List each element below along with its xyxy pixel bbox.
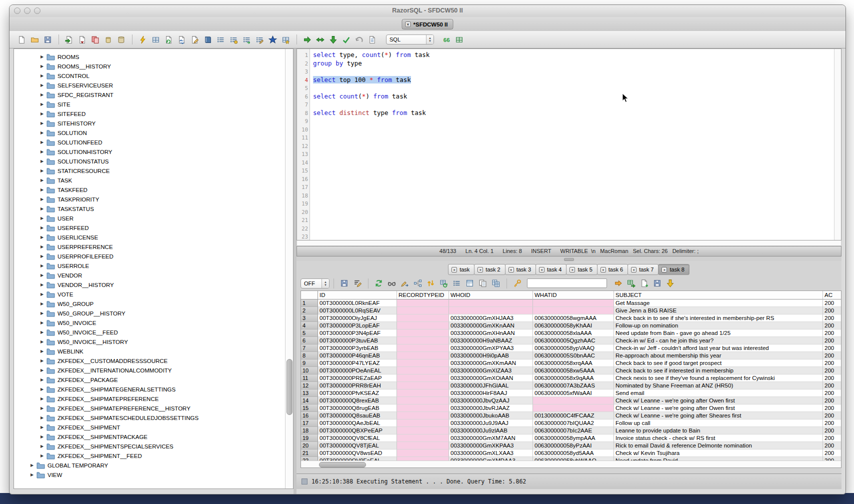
tree-item-solutionfeed[interactable]: ▶SOLUTIONFEED [14, 138, 293, 147]
tree-item-global-temporary[interactable]: ▶GLOBAL TEMPORARY [14, 460, 293, 470]
cell-whoid[interactable]: 0033000000GmXLXAA3 [449, 450, 533, 457]
tree-item-zkfedex-shipmentpackage[interactable]: ▶ZKFEDEX__SHIPMENTPACKAGE [14, 432, 293, 442]
view-form-button[interactable] [464, 278, 476, 290]
expand-triangle-icon[interactable]: ▶ [39, 292, 45, 296]
cell-whatid[interactable]: 006300000058xlaAAA [533, 330, 614, 337]
edit-document-button[interactable] [188, 34, 200, 46]
cell-ac[interactable]: 200 [823, 307, 842, 314]
cell-recordtypeid[interactable] [397, 442, 449, 450]
cell-whoid[interactable]: 0033000000GmXHnAAN [449, 330, 533, 337]
copy-rows-button[interactable] [476, 278, 488, 290]
new-file-button[interactable] [16, 34, 28, 46]
execute-all-button[interactable] [314, 34, 326, 46]
cell-whoid[interactable]: 0033000000GmXPYAA3 [449, 344, 533, 352]
column-header-whoid[interactable]: WHOID [449, 291, 533, 300]
cell-recordtypeid[interactable] [397, 344, 449, 352]
code-line[interactable] [313, 126, 834, 134]
tree-item-taskpriority[interactable]: ▶TASKPRIORITY [14, 194, 293, 204]
row-number[interactable]: 1 [301, 300, 318, 307]
cell-whatid[interactable]: 006300000058yd5AAA [533, 450, 614, 457]
cell-whoid[interactable]: 0033000000JbukoAAB [449, 412, 533, 420]
expand-triangle-icon[interactable]: ▶ [39, 282, 45, 287]
cell-whatid[interactable]: 00630000005QgzhAAC [533, 337, 614, 344]
results-tab-task-4[interactable]: ×task 4 [536, 264, 566, 275]
cell-id[interactable]: 00T3000000L0RqSEAV [318, 307, 397, 314]
open-file-button[interactable] [28, 34, 40, 46]
cell-whatid[interactable]: 00630000007bIc2AAE [533, 427, 614, 434]
code-line[interactable] [313, 192, 834, 200]
tree-item-zkfedex-shipmatescheduledjobssettings[interactable]: ▶ZKFEDEX__SHIPMATESCHEDULEDJOBSSETTINGS [14, 413, 293, 422]
generate-document-button[interactable] [176, 34, 188, 46]
expand-triangle-icon[interactable]: ▶ [39, 150, 45, 154]
tab-close-icon[interactable]: × [662, 267, 667, 272]
expand-triangle-icon[interactable]: ▶ [39, 396, 45, 401]
list-grant-button[interactable] [228, 34, 240, 46]
expand-triangle-icon[interactable]: ▶ [39, 358, 45, 363]
title-bar[interactable]: RazorSQL - SFDCW50 II [10, 5, 846, 18]
documentation-book-button[interactable] [202, 34, 214, 46]
refresh-results-button[interactable] [372, 278, 384, 290]
row-number[interactable]: 18 [301, 427, 318, 434]
expand-triangle-icon[interactable]: ▶ [39, 302, 45, 306]
editor-hscrollbar[interactable] [296, 240, 842, 246]
export-data-button[interactable] [76, 34, 88, 46]
row-number[interactable]: 16 [301, 412, 318, 420]
cell-whoid[interactable]: 0033000000GmXOiAAN [449, 374, 533, 382]
tree-item-zkfedex-shipmategeneralsettings[interactable]: ▶ZKFEDEX__SHIPMATEGENERALSETTINGS [14, 384, 293, 394]
cell-recordtypeid[interactable] [397, 367, 449, 374]
tree-item-view[interactable]: ▶VIEW [14, 470, 293, 480]
column-header-ac[interactable]: AC [823, 291, 842, 300]
cell-subject[interactable]: Follow up call [614, 420, 823, 427]
cell-id[interactable]: 00T3000000P3tuvEAB [318, 337, 397, 344]
cell-recordtypeid[interactable] [397, 314, 449, 322]
save-results-button[interactable] [338, 278, 350, 290]
tree-item-zkfedex-shipmatepreference-history[interactable]: ▶ZKFEDEX__SHIPMATEPREFERENCE__HISTORY [14, 404, 293, 413]
tree-item-sitefeed[interactable]: ▶SITEFEED [14, 109, 293, 118]
expand-triangle-icon[interactable]: ▶ [39, 121, 45, 126]
cell-ac[interactable]: 200 [823, 344, 842, 352]
row-number[interactable]: 4 [301, 322, 318, 330]
cell-subject[interactable]: Check nexis to see if they've found a re… [614, 374, 823, 382]
cell-whoid[interactable] [449, 300, 533, 307]
cell-id[interactable]: 00T3000000P47LYEAZ [318, 360, 397, 367]
code-line[interactable] [313, 200, 834, 208]
cell-recordtypeid[interactable] [397, 330, 449, 337]
code-line[interactable] [313, 175, 834, 184]
expand-triangle-icon[interactable]: ▶ [39, 226, 45, 230]
splitter[interactable] [296, 256, 842, 261]
cell-id[interactable]: 00T3000000P3LopEAF [318, 322, 397, 330]
tree-item-w50-invoice-feed[interactable]: ▶W50_INVOICE__FEED [14, 328, 293, 337]
execute-lightning-button[interactable] [136, 34, 148, 46]
code-line[interactable] [313, 232, 834, 240]
expand-triangle-icon[interactable]: ▶ [39, 378, 45, 382]
cell-ac[interactable]: 200 [823, 412, 842, 420]
cell-subject[interactable]: Check-in w/ Ed - can he join this year? [614, 337, 823, 344]
expand-triangle-icon[interactable]: ▶ [39, 235, 45, 240]
cell-id[interactable]: 00T3000000OiyJgEAJ [318, 314, 397, 322]
reload-grid-button[interactable] [438, 278, 450, 290]
code-line[interactable]: select top 100 * from task [313, 76, 834, 84]
cell-id[interactable]: 00T3000000QV8wsEAD [318, 450, 397, 457]
grid-hscrollbar-thumb[interactable] [319, 462, 366, 468]
cell-ac[interactable]: 200 [823, 322, 842, 330]
list-edit-button[interactable] [254, 34, 266, 46]
list-objects-button[interactable] [214, 34, 226, 46]
expand-triangle-icon[interactable]: ▶ [39, 416, 45, 420]
grid-hscrollbar[interactable] [301, 460, 841, 468]
code-line[interactable] [313, 117, 834, 126]
commit-check-button[interactable] [340, 34, 352, 46]
cell-recordtypeid[interactable] [397, 307, 449, 314]
cell-subject[interactable]: Need update from Bain - gave go ahead 1/… [614, 330, 823, 337]
cell-whatid[interactable]: 00630000007bIQUAA2 [533, 420, 614, 427]
code-line[interactable] [313, 224, 834, 233]
tree-item-solutionhistory[interactable]: ▶SOLUTIONHISTORY [14, 147, 293, 156]
tree-item-zkfedex-internationalcommodity[interactable]: ▶ZKFEDEX__INTERNATIONALCOMMODITY [14, 366, 293, 375]
save-grid-button[interactable] [651, 278, 663, 290]
cell-ac[interactable]: 200 [823, 434, 842, 442]
cell-id[interactable]: 00T3000000QV8CfEAL [318, 434, 397, 442]
expand-triangle-icon[interactable]: ▶ [39, 244, 45, 249]
view-list-button[interactable] [450, 278, 462, 290]
copy-table-button[interactable] [89, 34, 101, 46]
combo-stepper-icon[interactable]: ▲▼ [426, 35, 434, 44]
expand-triangle-icon[interactable]: ▶ [39, 130, 45, 135]
